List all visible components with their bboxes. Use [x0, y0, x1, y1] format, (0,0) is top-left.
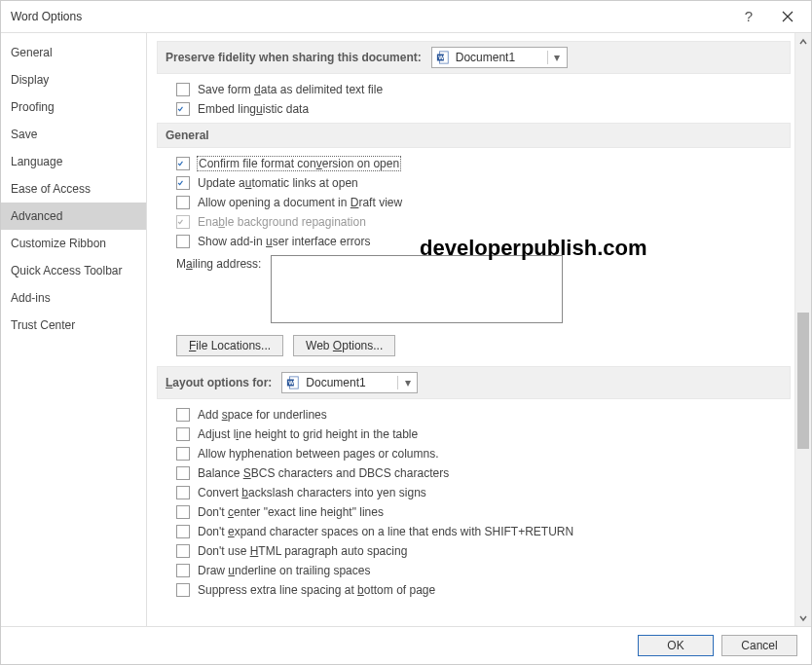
preserve-save-form-data-as-delimited-text-file-checkbox[interactable]	[176, 83, 190, 96]
general-enable-background-repagination-row: Enable background repagination	[157, 212, 791, 232]
layout-draw-underline-on-trailing-spaces-checkbox[interactable]	[176, 564, 190, 577]
dialog-footer: OK Cancel	[1, 627, 811, 664]
scroll-down-button[interactable]	[796, 610, 811, 626]
general-buttons-row: File Locations... Web Options...	[157, 327, 791, 360]
layout-draw-underline-on-trailing-spaces-row: Draw underline on trailing spaces	[157, 561, 791, 580]
sidebar-item-quick-access-toolbar[interactable]: Quick Access Toolbar	[1, 257, 146, 284]
layout-convert-backslash-characters-into-yen-si-checkbox[interactable]	[176, 486, 190, 499]
layout-don-t-use-html-paragraph-auto-spacing-row: Don't use HTML paragraph auto spacing	[157, 541, 791, 561]
sidebar-item-customize-ribbon[interactable]: Customize Ribbon	[1, 230, 146, 257]
layout-don-t-expand-character-spaces-on-a-line--checkbox[interactable]	[176, 525, 190, 538]
general-enable-background-repagination-checkbox	[176, 215, 190, 229]
window-title: Word Options	[11, 10, 82, 23]
layout-document-dropdown[interactable]: W Document1 ▾	[281, 372, 418, 393]
sidebar-item-proofing[interactable]: Proofing	[1, 93, 146, 121]
general-show-add-in-user-interface-errors-label[interactable]: Show add-in user interface errors	[198, 235, 370, 248]
dialog-body: General Display Proofing Save Language E…	[1, 32, 811, 627]
vertical-scrollbar[interactable]	[794, 33, 811, 626]
layout-options-group: Add space for underlinesAdjust line heig…	[157, 405, 791, 600]
layout-convert-backslash-characters-into-yen-si-row: Convert backslash characters into yen si…	[157, 483, 791, 502]
web-options-button[interactable]: Web Options...	[293, 335, 395, 356]
mailing-address-row: Mailing address:	[157, 251, 791, 327]
layout-balance-sbcs-characters-and-dbcs-charact-checkbox[interactable]	[176, 466, 190, 480]
general-allow-opening-a-document-in-draft-view-checkbox[interactable]	[176, 196, 190, 209]
chevron-down-icon: ▾	[397, 376, 413, 389]
options-panel: developerpublish.com Preserve fidelity w…	[147, 33, 794, 626]
mailing-address-label: Mailing address:	[176, 255, 261, 271]
general-update-automatic-links-at-open-checkbox[interactable]	[176, 176, 190, 190]
general-allow-opening-a-document-in-draft-view-label[interactable]: Allow opening a document in Draft view	[198, 196, 402, 209]
window-system-buttons: ?	[729, 3, 807, 30]
layout-suppress-extra-line-spacing-at-bottom-of-checkbox[interactable]	[176, 583, 190, 597]
chevron-down-icon: ▾	[547, 51, 563, 64]
help-button[interactable]: ?	[729, 3, 768, 30]
layout-suppress-extra-line-spacing-at-bottom-of-label[interactable]: Suppress extra line spacing at bottom of…	[198, 583, 435, 597]
preserve-save-form-data-as-delimited-text-file-row: Save form data as delimited text file	[157, 80, 791, 99]
layout-adjust-line-height-to-grid-height-in-the-checkbox[interactable]	[176, 427, 190, 441]
preserve-options-group: Save form data as delimited text fileEmb…	[157, 80, 791, 119]
sidebar-item-trust-center[interactable]: Trust Center	[1, 312, 146, 339]
section-layout-options: Layout options for: W Document1 ▾	[157, 366, 791, 399]
scroll-thumb[interactable]	[797, 313, 809, 449]
sidebar-item-language[interactable]: Language	[1, 148, 146, 175]
layout-don-t-center-exact-line-height-lines-label[interactable]: Don't center "exact line height" lines	[198, 505, 384, 519]
scroll-track[interactable]	[795, 50, 811, 610]
general-update-automatic-links-at-open-row: Update automatic links at open	[157, 173, 791, 193]
layout-don-t-expand-character-spaces-on-a-line--label[interactable]: Don't expand character spaces on a line …	[198, 525, 573, 538]
mailing-address-textarea[interactable]	[271, 255, 563, 323]
layout-add-space-for-underlines-row: Add space for underlines	[157, 405, 791, 425]
scroll-up-button[interactable]	[796, 33, 811, 50]
layout-allow-hyphenation-between-pages-or-colum-row: Allow hyphenation between pages or colum…	[157, 444, 791, 463]
preserve-save-form-data-as-delimited-text-file-label[interactable]: Save form data as delimited text file	[198, 83, 383, 96]
general-confirm-file-format-conversion-on-open-checkbox[interactable]	[176, 157, 190, 170]
layout-convert-backslash-characters-into-yen-si-label[interactable]: Convert backslash characters into yen si…	[198, 486, 426, 499]
layout-suppress-extra-line-spacing-at-bottom-of-row: Suppress extra line spacing at bottom of…	[157, 580, 791, 600]
svg-text:W: W	[289, 379, 295, 386]
sidebar-item-advanced[interactable]: Advanced	[1, 203, 146, 230]
layout-draw-underline-on-trailing-spaces-label[interactable]: Draw underline on trailing spaces	[198, 564, 370, 577]
section-general-label: General	[166, 129, 209, 142]
section-layout-label: Layout options for:	[166, 376, 272, 389]
general-options-group: Confirm file format conversion on openUp…	[157, 154, 791, 251]
layout-adjust-line-height-to-grid-height-in-the-row: Adjust line height to grid height in the…	[157, 425, 791, 444]
layout-add-space-for-underlines-checkbox[interactable]	[176, 408, 190, 422]
word-options-dialog: Word Options ? General Display Proofing …	[0, 0, 812, 665]
layout-add-space-for-underlines-label[interactable]: Add space for underlines	[198, 408, 327, 422]
layout-don-t-use-html-paragraph-auto-spacing-label[interactable]: Don't use HTML paragraph auto spacing	[198, 544, 407, 558]
word-document-icon: W	[286, 376, 300, 389]
preserve-embed-linguistic-data-row: Embed linguistic data	[157, 99, 791, 119]
cancel-button[interactable]: Cancel	[721, 635, 797, 656]
file-locations-button[interactable]: File Locations...	[176, 335, 283, 356]
section-general: General	[157, 123, 791, 148]
preserve-embed-linguistic-data-checkbox[interactable]	[176, 102, 190, 116]
section-preserve-fidelity: Preserve fidelity when sharing this docu…	[157, 41, 791, 74]
general-show-add-in-user-interface-errors-row: Show add-in user interface errors	[157, 232, 791, 251]
layout-doc-name: Document1	[306, 376, 391, 389]
general-update-automatic-links-at-open-label[interactable]: Update automatic links at open	[198, 176, 358, 190]
general-show-add-in-user-interface-errors-checkbox[interactable]	[176, 235, 190, 248]
close-button[interactable]	[768, 3, 807, 30]
layout-allow-hyphenation-between-pages-or-colum-label[interactable]: Allow hyphenation between pages or colum…	[198, 447, 439, 461]
layout-don-t-center-exact-line-height-lines-checkbox[interactable]	[176, 505, 190, 519]
layout-don-t-expand-character-spaces-on-a-line--row: Don't expand character spaces on a line …	[157, 522, 791, 541]
preserve-document-dropdown[interactable]: W Document1 ▾	[431, 47, 568, 68]
sidebar-item-save[interactable]: Save	[1, 121, 146, 148]
sidebar-item-add-ins[interactable]: Add-ins	[1, 284, 146, 312]
general-allow-opening-a-document-in-draft-view-row: Allow opening a document in Draft view	[157, 193, 791, 212]
preserve-doc-name: Document1	[456, 51, 541, 64]
layout-allow-hyphenation-between-pages-or-colum-checkbox[interactable]	[176, 447, 190, 461]
preserve-embed-linguistic-data-label[interactable]: Embed linguistic data	[198, 102, 309, 116]
category-sidebar: General Display Proofing Save Language E…	[1, 33, 147, 626]
layout-balance-sbcs-characters-and-dbcs-charact-label[interactable]: Balance SBCS characters and DBCS charact…	[198, 466, 449, 480]
layout-don-t-use-html-paragraph-auto-spacing-checkbox[interactable]	[176, 544, 190, 558]
layout-adjust-line-height-to-grid-height-in-the-label[interactable]: Adjust line height to grid height in the…	[198, 427, 418, 441]
svg-text:W: W	[438, 54, 444, 60]
general-enable-background-repagination-label: Enable background repagination	[198, 215, 366, 229]
sidebar-item-ease-of-access[interactable]: Ease of Access	[1, 175, 146, 203]
sidebar-item-general[interactable]: General	[1, 39, 146, 66]
sidebar-item-display[interactable]: Display	[1, 66, 146, 93]
section-preserve-label: Preserve fidelity when sharing this docu…	[166, 51, 422, 64]
titlebar: Word Options ?	[1, 1, 811, 32]
general-confirm-file-format-conversion-on-open-label[interactable]: Confirm file format conversion on open	[198, 157, 400, 170]
ok-button[interactable]: OK	[638, 635, 714, 656]
